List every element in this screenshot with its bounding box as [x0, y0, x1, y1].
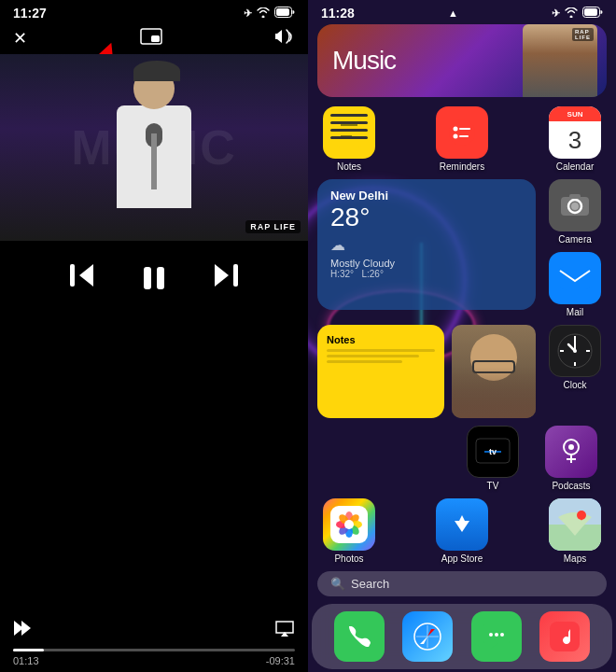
progress-fill [13, 649, 44, 651]
svg-marker-6 [79, 264, 93, 287]
person-shirt [452, 367, 536, 418]
maps-app-icon [549, 498, 601, 551]
music-widget[interactable]: Music RAPLIFE [317, 24, 607, 97]
calendar-date: 3 [568, 128, 581, 152]
dock-phone[interactable] [334, 611, 385, 662]
person-photo [452, 325, 536, 418]
svg-point-53 [344, 520, 354, 529]
right-time: 11:28 [321, 6, 355, 21]
pause-button[interactable] [133, 258, 175, 299]
search-icon: 🔍 [330, 577, 345, 591]
appstore-app-icon [436, 498, 488, 551]
notes-line-3 [327, 360, 402, 363]
svg-rect-8 [144, 267, 151, 289]
playback-controls [0, 241, 308, 312]
left-time: 11:27 [13, 6, 47, 21]
volume-button[interactable] [274, 29, 295, 49]
dock-messages[interactable] [471, 611, 522, 662]
app-item-appstore[interactable]: App Store [430, 498, 494, 564]
dock-music[interactable] [539, 611, 590, 662]
video-bottom-area [0, 312, 308, 614]
reminders-icon [436, 106, 488, 159]
video-controls-bar: ✕ [0, 24, 308, 54]
weather-widget[interactable]: New Delhi 28° ☁ Mostly Cloudy H:32° L:26… [317, 179, 536, 310]
photos-label: Photos [334, 553, 363, 564]
svg-point-37 [573, 349, 577, 353]
notes-widget[interactable]: Notes [317, 325, 444, 418]
notes-clock-row: Notes [317, 325, 607, 418]
left-status-bar: 11:27 ✈ [0, 0, 308, 24]
progress-bar-area[interactable]: 01:13 -09:31 [0, 645, 308, 672]
podcasts-label: Podcasts [552, 481, 590, 491]
app-item-camera[interactable]: Camera [543, 179, 607, 245]
time-row: 01:13 -09:31 [13, 655, 295, 666]
app-item-tv[interactable]: tv TV [461, 426, 525, 491]
svg-point-64 [489, 633, 493, 637]
location-arrow-icon: ▲ [448, 7, 458, 19]
photos-appstore-maps-row: Photos App Store [317, 498, 607, 564]
rap-life-badge: RAP LIFE [245, 220, 301, 233]
app-item-podcasts[interactable]: Podcasts [539, 426, 603, 491]
app-row-1: Notes Reminders SUN [317, 106, 607, 172]
app-item-reminders[interactable]: Reminders [430, 106, 494, 172]
svg-rect-67 [550, 622, 580, 651]
right-status-icons: ✈ [552, 7, 603, 20]
calendar-date-area: 3 [568, 121, 581, 159]
svg-text:tv: tv [489, 447, 497, 456]
right-airplane-icon: ✈ [552, 7, 560, 20]
right-wifi-icon [565, 7, 578, 20]
camera-app-icon [549, 179, 601, 231]
svg-point-41 [568, 444, 574, 450]
remaining-time: -09:31 [266, 655, 295, 666]
notes-icon [323, 106, 375, 159]
mail-app-icon [549, 252, 601, 304]
notes-label: Notes [337, 161, 361, 172]
messages-icon [471, 611, 522, 662]
maps-label: Maps [564, 553, 586, 564]
svg-rect-29 [560, 267, 590, 289]
home-content: Music RAPLIFE Notes [308, 24, 616, 596]
svg-point-20 [449, 119, 475, 146]
clock-app-icon [549, 325, 601, 377]
svg-rect-7 [70, 264, 75, 287]
bottom-next-icon[interactable] [13, 620, 32, 641]
right-panel: 11:28 ▲ ✈ [308, 0, 616, 672]
bottom-controls-row [0, 614, 308, 645]
progress-track[interactable] [13, 649, 295, 651]
tv-label: TV [487, 481, 499, 491]
dock-safari[interactable] [402, 611, 453, 662]
svg-rect-11 [233, 264, 238, 287]
pip-button[interactable] [140, 28, 162, 49]
app-item-mail[interactable]: Mail [543, 252, 607, 317]
svg-point-23 [454, 134, 458, 139]
app-item-maps[interactable]: Maps [543, 498, 607, 564]
app-item-clock[interactable]: Clock [543, 325, 607, 390]
prev-button[interactable] [68, 262, 96, 295]
left-status-icons: ✈ [244, 7, 295, 20]
app-item-calendar[interactable]: SUN 3 Calendar [543, 106, 607, 172]
svg-rect-16 [337, 118, 361, 147]
airplay-icon[interactable] [274, 620, 295, 641]
close-button[interactable]: ✕ [13, 28, 27, 49]
app-item-notes[interactable]: Notes [317, 106, 381, 172]
next-button[interactable] [212, 262, 240, 295]
app-item-photos[interactable]: Photos [317, 498, 381, 564]
search-bar[interactable]: 🔍 Search [317, 571, 607, 596]
svg-point-21 [454, 127, 458, 132]
clock-label: Clock [563, 380, 586, 390]
camera-label: Camera [558, 234, 592, 245]
notes-line-2 [327, 355, 419, 357]
svg-rect-1 [276, 8, 289, 16]
calendar-icon: SUN 3 [549, 106, 601, 159]
calendar-label: Calendar [556, 161, 595, 172]
svg-rect-9 [157, 267, 164, 289]
reminders-label: Reminders [440, 161, 484, 172]
right-status-bar: 11:28 ▲ ✈ [308, 0, 616, 24]
photos-app-icon [323, 498, 375, 551]
appstore-label: App Store [441, 553, 483, 564]
svg-marker-13 [21, 621, 31, 636]
clock-tv-col: Clock [543, 325, 607, 418]
dock [312, 604, 612, 669]
svg-marker-10 [215, 264, 229, 287]
video-thumbnail: MUSIC RAP LIFE [0, 54, 308, 241]
